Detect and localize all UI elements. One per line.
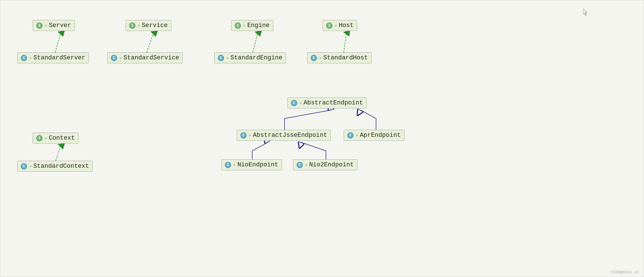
- apr-endpoint-label: AprEndpoint: [360, 132, 401, 139]
- interface-badge: I: [36, 23, 43, 29]
- svg-line-5: [344, 33, 346, 52]
- abstract-jsse-endpoint-node: C » AbstractJsseEndpoint: [237, 130, 331, 141]
- standard-engine-node: C » StandardEngine: [214, 52, 286, 63]
- standard-server-label: StandardServer: [33, 54, 85, 61]
- host-interface-node: I » Host: [323, 20, 357, 31]
- service-interface-label: Service: [142, 22, 167, 29]
- context-interface-label: Context: [49, 135, 75, 142]
- class-badge: C: [311, 55, 317, 61]
- interface-badge: I: [129, 23, 135, 29]
- class-badge: C: [218, 55, 224, 61]
- nio2-endpoint-node: C » Nio2Endpoint: [293, 159, 357, 170]
- standard-engine-label: StandardEngine: [230, 54, 282, 61]
- server-interface-label: Server: [49, 22, 71, 29]
- watermark: CSDN@miGu_ai: [611, 270, 639, 274]
- class-badge: C: [111, 55, 117, 61]
- host-interface-label: Host: [339, 22, 354, 29]
- class-badge: C: [21, 163, 27, 169]
- apr-endpoint-node: C » AprEndpoint: [344, 130, 404, 141]
- standard-host-label: StandardHost: [323, 54, 368, 61]
- class-badge: C: [297, 162, 303, 168]
- interface-badge: I: [326, 23, 332, 29]
- server-interface-node: I » Server: [33, 20, 75, 31]
- abstract-endpoint-label: AbstractEndpoint: [303, 99, 363, 106]
- nio-endpoint-label: NioEndpoint: [237, 161, 278, 168]
- class-badge: C: [225, 162, 231, 168]
- class-badge: C: [21, 55, 27, 61]
- context-interface-node: I » Context: [33, 133, 79, 144]
- interface-badge: I: [235, 23, 241, 29]
- mouse-cursor: [583, 9, 589, 15]
- engine-interface-label: Engine: [247, 22, 269, 29]
- class-badge: C: [347, 132, 354, 138]
- svg-line-6: [56, 145, 61, 161]
- standard-server-node: C » StandardServer: [17, 52, 89, 63]
- engine-interface-node: I » Engine: [231, 20, 273, 31]
- svg-line-3: [147, 33, 154, 52]
- standard-host-node: C » StandardHost: [307, 52, 372, 63]
- standard-context-node: C » StandardContext: [17, 161, 93, 172]
- class-badge: C: [291, 100, 297, 106]
- standard-service-label: StandardService: [123, 54, 179, 61]
- class-badge: C: [240, 132, 247, 138]
- nio2-endpoint-label: Nio2Endpoint: [309, 161, 354, 168]
- standard-service-node: C » StandardService: [107, 52, 183, 63]
- svg-line-4: [253, 33, 258, 52]
- abstract-endpoint-node: C » AbstractEndpoint: [287, 97, 367, 108]
- service-interface-node: I » Service: [126, 20, 171, 31]
- interface-badge: I: [36, 135, 43, 141]
- abstract-jsse-label: AbstractJsseEndpoint: [253, 132, 327, 139]
- standard-context-label: StandardContext: [33, 163, 89, 170]
- diagram-canvas: I » Server C » StandardServer I » Servic…: [0, 0, 644, 277]
- nio-endpoint-node: C » NioEndpoint: [221, 159, 282, 170]
- svg-line-2: [55, 33, 61, 52]
